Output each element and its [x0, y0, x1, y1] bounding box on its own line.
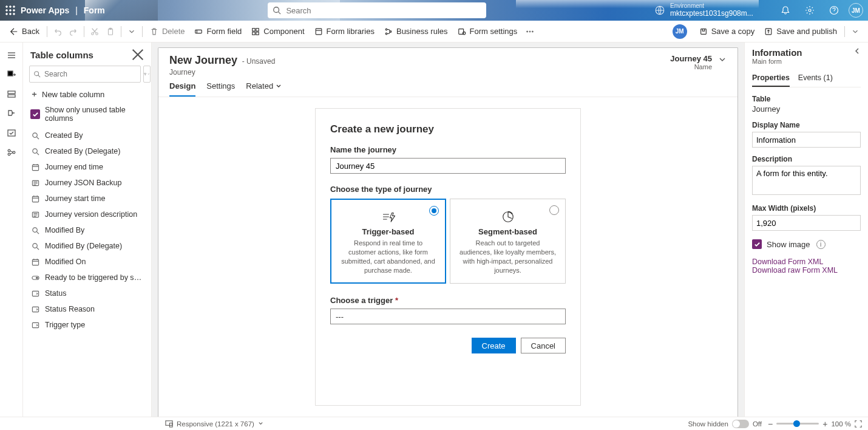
save-copy-button[interactable]: Save a copy	[694, 21, 760, 43]
component-button[interactable]: Component	[246, 21, 309, 43]
zoom-control[interactable]: − + 100 %	[768, 419, 862, 429]
user-avatar[interactable]: JM	[849, 3, 863, 18]
zoom-in-button[interactable]: +	[822, 419, 827, 429]
column-item[interactable]: Journey JSON Backup	[27, 175, 147, 191]
properties-expand-button[interactable]	[853, 47, 861, 56]
svg-point-5	[13, 10, 15, 12]
delete-button[interactable]: Delete	[145, 21, 190, 43]
column-item[interactable]: Status	[27, 285, 147, 301]
app-launcher-button[interactable]	[0, 0, 21, 21]
cut-button[interactable]	[87, 21, 103, 43]
tab-design[interactable]: Design	[169, 81, 195, 97]
trigger-icon	[380, 210, 397, 224]
form-field-button[interactable]: Form field	[189, 21, 246, 43]
notifications-button[interactable]	[776, 1, 795, 20]
tab-settings[interactable]: Settings	[206, 81, 235, 97]
show-hidden-toggle[interactable]: Show hidden Off	[688, 420, 762, 428]
column-item[interactable]: Created By (Delegate)	[27, 143, 147, 159]
svg-rect-42	[8, 91, 15, 94]
save-copy-label: Save a copy	[711, 27, 755, 36]
column-item[interactable]: Ready to be triggered by segment r...	[27, 270, 147, 285]
prop-display-input[interactable]	[752, 132, 861, 148]
form-settings-button[interactable]: Form settings	[453, 21, 523, 43]
download-form-xml-link[interactable]: Download Form XML	[752, 258, 861, 266]
svg-rect-34	[700, 29, 706, 34]
app-name[interactable]: Power Apps	[21, 5, 69, 15]
help-button[interactable]	[824, 1, 844, 20]
settings-button[interactable]	[800, 1, 819, 20]
segment-icon	[500, 210, 517, 224]
trigger-desc: Respond in real time to customer actions…	[339, 239, 437, 275]
svg-point-74	[32, 243, 36, 247]
cancel-button[interactable]: Cancel	[521, 338, 566, 353]
column-item-label: Status	[45, 289, 66, 298]
responsive-indicator[interactable]: Responsive (1221 x 767)	[165, 420, 263, 428]
column-item[interactable]: Modified By	[27, 222, 147, 238]
rail-form-fields[interactable]	[2, 85, 21, 103]
show-only-unused-toggle[interactable]: Show only unused table columns	[23, 103, 151, 128]
svg-point-54	[32, 148, 36, 152]
svg-rect-23	[256, 32, 259, 34]
columns-search[interactable]	[29, 66, 141, 83]
download-raw-form-xml-link[interactable]: Download raw Form XML	[752, 266, 861, 275]
columns-filter-button[interactable]	[143, 66, 151, 83]
svg-rect-18	[195, 30, 202, 33]
undo-button[interactable]	[50, 21, 66, 43]
rail-tree[interactable]	[2, 104, 21, 123]
rail-connections[interactable]	[2, 143, 21, 162]
paste-button[interactable]	[103, 21, 118, 43]
column-item[interactable]: Journey end time	[27, 159, 147, 175]
editor-avatar[interactable]: JM	[673, 24, 687, 39]
svg-point-52	[32, 132, 36, 137]
tab-related[interactable]: Related	[246, 81, 282, 97]
fit-screen-icon[interactable]	[855, 420, 862, 428]
check-icon	[752, 239, 762, 249]
column-item[interactable]: Journey version description	[27, 206, 147, 222]
zoom-slider[interactable]	[776, 423, 819, 425]
app-breadcrumb: Power Apps | Form	[21, 5, 105, 15]
column-item[interactable]: Trigger type	[27, 317, 147, 333]
datetime-icon	[30, 194, 40, 203]
rail-hamburger[interactable]	[2, 46, 21, 64]
header-collapse-button[interactable]	[718, 54, 727, 66]
chevron-down-icon[interactable]	[124, 21, 140, 43]
rail-data[interactable]	[2, 124, 21, 142]
journey-name-input[interactable]	[330, 158, 566, 174]
zoom-out-button[interactable]: −	[768, 419, 773, 429]
svg-point-30	[463, 32, 465, 34]
column-item[interactable]: Journey start time	[27, 191, 147, 206]
create-button[interactable]: Create	[472, 338, 516, 353]
global-search-input[interactable]	[285, 5, 481, 16]
type-option-segment[interactable]: Segment-based Reach out to targeted audi…	[450, 199, 566, 284]
tab-properties[interactable]: Properties	[752, 70, 790, 87]
tab-events[interactable]: Events (1)	[798, 70, 833, 87]
choose-trigger-select[interactable]: ---	[330, 309, 566, 324]
overflow-button[interactable]	[522, 21, 538, 43]
show-image-toggle[interactable]: Show image i	[752, 239, 861, 249]
column-item[interactable]: Modified By (Delegate)	[27, 238, 147, 254]
column-item[interactable]: Status Reason	[27, 301, 147, 317]
save-publish-button[interactable]: Save and publish	[759, 21, 842, 43]
back-button[interactable]: Back	[5, 21, 44, 43]
type-label: Choose the type of journey	[330, 185, 566, 194]
global-search[interactable]	[268, 2, 486, 18]
prop-maxw-input[interactable]	[752, 215, 861, 231]
columns-search-input[interactable]	[43, 69, 137, 79]
column-item[interactable]: Created By	[27, 128, 147, 143]
close-panel-button[interactable]	[132, 49, 144, 61]
rail-add[interactable]	[2, 66, 21, 84]
save-publish-label: Save and publish	[776, 27, 837, 36]
form-libraries-button[interactable]: Form libraries	[310, 21, 379, 43]
save-publish-dropdown[interactable]	[847, 21, 863, 43]
type-option-trigger[interactable]: Trigger-based Respond in real time to cu…	[330, 199, 446, 284]
info-icon[interactable]: i	[816, 240, 826, 249]
svg-line-73	[36, 231, 39, 234]
environment-picker[interactable]: Environment mktcxptest1031sg908m...	[649, 3, 771, 17]
redo-button[interactable]	[66, 21, 81, 43]
prop-desc-input[interactable]	[752, 166, 861, 195]
business-rules-button[interactable]: Business rules	[379, 21, 453, 43]
record-field-label: Name	[670, 63, 712, 70]
page-name: Form	[84, 5, 105, 15]
new-column-button[interactable]: ＋ New table column	[23, 85, 151, 103]
column-item[interactable]: Modified On	[27, 254, 147, 270]
